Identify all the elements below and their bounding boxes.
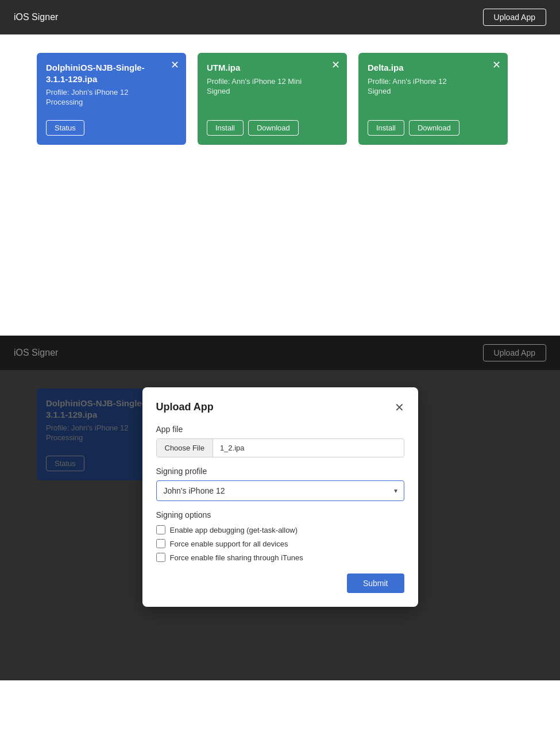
card-dolphin-profile: Profile: John's iPhone 12 [46, 88, 177, 97]
top-upload-app-button[interactable]: Upload App [483, 9, 546, 26]
force-all-devices-checkbox[interactable] [156, 539, 165, 548]
card-dolphin-title: DolphiniOS-NJB-Single-3.1.1-129.ipa [46, 62, 165, 84]
bottom-section: iOS Signer Upload App ✕ DolphiniOS-NJB-S… [0, 336, 560, 680]
top-section: iOS Signer Upload App ✕ DolphiniOS-NJB-S… [0, 0, 560, 163]
checkbox-row-file-sharing: Force enable file sharing through iTunes [156, 553, 404, 562]
file-name-display: 1_2.ipa [213, 439, 404, 457]
card-utm-close-button[interactable]: ✕ [331, 60, 340, 70]
checkbox-row-all-devices: Force enable support for all devices [156, 539, 404, 548]
enable-debugging-label: Enable app debugging (get-task-allow) [170, 526, 298, 534]
modal-header: Upload App ✕ [156, 401, 404, 413]
card-delta-actions: Install Download [368, 120, 499, 136]
modal-footer: Submit [156, 573, 404, 593]
modal-close-button[interactable]: ✕ [395, 402, 404, 413]
top-navbar: iOS Signer Upload App [0, 0, 560, 34]
mid-spacer [0, 163, 560, 336]
signing-options-label: Signing options [156, 510, 404, 519]
signing-profile-label: Signing profile [156, 467, 404, 476]
card-dolphin-actions: Status [46, 120, 177, 136]
modal-title: Upload App [156, 401, 214, 413]
card-delta-download-button[interactable]: Download [409, 120, 459, 136]
card-utm-status-text: Signed [207, 87, 338, 95]
card-utm-install-button[interactable]: Install [207, 120, 244, 136]
card-dolphin: ✕ DolphiniOS-NJB-Single-3.1.1-129.ipa Pr… [37, 53, 186, 145]
card-utm-profile: Profile: Ann's iPhone 12 Mini [207, 77, 338, 86]
submit-button[interactable]: Submit [347, 573, 404, 593]
enable-debugging-checkbox[interactable] [156, 525, 165, 534]
modal-overlay: Upload App ✕ App file Choose File 1_2.ip… [0, 336, 560, 680]
card-utm: ✕ UTM.ipa Profile: Ann's iPhone 12 Mini … [198, 53, 347, 145]
card-utm-download-button[interactable]: Download [248, 120, 299, 136]
signing-profile-select[interactable]: John's iPhone 12 Ann's iPhone 12 Mini An… [156, 480, 404, 501]
card-dolphin-close-button[interactable]: ✕ [171, 60, 179, 70]
top-cards-area: ✕ DolphiniOS-NJB-Single-3.1.1-129.ipa Pr… [0, 34, 560, 163]
card-delta-status-text: Signed [368, 87, 499, 95]
card-dolphin-status-button[interactable]: Status [46, 120, 84, 136]
top-brand: iOS Signer [14, 12, 58, 22]
card-delta-title: Delta.ipa [368, 62, 487, 74]
force-all-devices-label: Force enable support for all devices [170, 540, 288, 548]
card-utm-title: UTM.ipa [207, 62, 326, 74]
checkbox-row-debug: Enable app debugging (get-task-allow) [156, 525, 404, 534]
force-file-sharing-label: Force enable file sharing through iTunes [170, 553, 303, 562]
force-file-sharing-checkbox[interactable] [156, 553, 165, 562]
card-utm-actions: Install Download [207, 120, 338, 136]
app-file-label: App file [156, 425, 404, 434]
choose-file-button[interactable]: Choose File [157, 439, 213, 457]
card-delta: ✕ Delta.ipa Profile: Ann's iPhone 12 Sig… [358, 53, 508, 145]
card-delta-close-button[interactable]: ✕ [492, 60, 501, 70]
upload-app-modal: Upload App ✕ App file Choose File 1_2.ip… [142, 387, 418, 607]
card-delta-install-button[interactable]: Install [368, 120, 404, 136]
card-delta-profile: Profile: Ann's iPhone 12 [368, 77, 499, 86]
file-input-row: Choose File 1_2.ipa [156, 438, 404, 457]
profile-select-wrapper: John's iPhone 12 Ann's iPhone 12 Mini An… [156, 480, 404, 501]
card-dolphin-status-text: Processing [46, 98, 177, 106]
